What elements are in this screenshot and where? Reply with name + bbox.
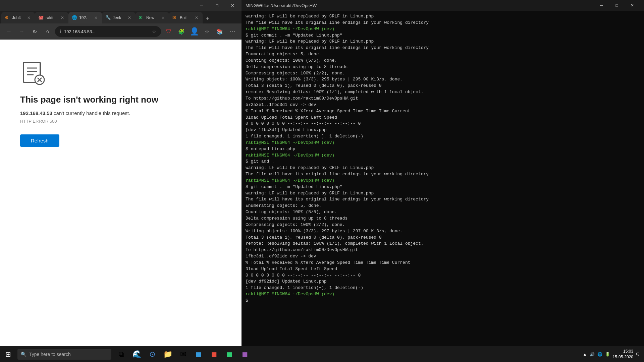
taskbar-mail[interactable]: ✉ xyxy=(176,347,191,362)
search-icon: 🔍 xyxy=(21,352,26,357)
terminal-line: Dload Upload Total Spent Left Speed xyxy=(246,266,640,273)
terminal-line: Total 3 (delta 1), reused 0 (delta 0), p… xyxy=(246,83,640,89)
tab-rakti-label: rakti xyxy=(46,15,53,20)
browser-close-button[interactable]: ✕ xyxy=(225,0,240,11)
terminal-maximize-button[interactable]: □ xyxy=(609,0,625,11)
address-info-icon: ℹ xyxy=(60,29,61,34)
tab-192[interactable]: 🌐 192. ✕ xyxy=(68,12,102,23)
taskbar-app3[interactable]: ◼ xyxy=(222,347,237,362)
terminal-close-button[interactable]: ✕ xyxy=(625,0,640,11)
tab-job4[interactable]: ⚙ Job4 ✕ xyxy=(1,12,35,23)
tab-192-close[interactable]: ✕ xyxy=(93,15,99,20)
terminal-window-controls: ─ □ ✕ xyxy=(594,0,640,11)
tab-build[interactable]: ✉ Buil ✕ xyxy=(169,12,203,23)
tab-jenkins-close[interactable]: ✕ xyxy=(127,15,132,20)
reload-button[interactable]: ↻ xyxy=(30,26,40,37)
terminal-body[interactable]: warning: LF will be replaced by CRLF in … xyxy=(241,11,644,362)
tab-new-close[interactable]: ✕ xyxy=(160,15,166,20)
terminal-panel: MINGW64:/c/Users/rakti/DevOpsHW ─ □ ✕ wa… xyxy=(241,0,644,362)
terminal-minimize-button[interactable]: ─ xyxy=(594,0,609,11)
tray-arrow-icon[interactable]: ▲ xyxy=(583,352,587,357)
terminal-line: The file will have its original line end… xyxy=(246,196,640,203)
tray-volume-icon[interactable]: 🔊 xyxy=(590,352,595,357)
terminal-line: rakti@MSI MINGW64 ~/DevOpsHW (dev) xyxy=(246,140,640,146)
taskbar-app4[interactable]: ◼ xyxy=(237,347,252,362)
tab-job4-close[interactable]: ✕ xyxy=(26,15,32,20)
tab-build-close[interactable]: ✕ xyxy=(194,15,199,20)
terminal-line: Counting objects: 100% (5/5), done. xyxy=(246,209,640,216)
terminal-line: $ git add . xyxy=(246,159,640,165)
terminal-line: warning: LF will be replaced by CRLF in … xyxy=(246,13,640,20)
taskbar-clock[interactable]: 15:03 15-05-2020 xyxy=(613,349,633,360)
taskbar-chrome[interactable]: ⊙ xyxy=(145,347,160,362)
taskbar-edge[interactable]: 🌊 xyxy=(129,347,144,362)
error-host: 192.168.43.53 xyxy=(20,110,52,116)
terminal-line: 1fbc3d1..df921dc dev -> dev xyxy=(246,253,640,260)
tab-192-favicon: 🌐 xyxy=(72,15,77,20)
terminal-line: $ git commit . -m "Updated Linux.php" xyxy=(246,33,640,39)
taskbar-app1[interactable]: ◼ xyxy=(191,347,206,362)
terminal-line: $ xyxy=(246,298,640,304)
taskbar-explorer[interactable]: 📁 xyxy=(160,347,175,362)
terminal-line: [dev df921dc] Updated Linux.php xyxy=(246,279,640,285)
tab-new-favicon: ✉ xyxy=(139,15,144,20)
tab-build-favicon: ✉ xyxy=(172,15,178,20)
terminal-line: rakti@MSI MINGW64 ~/DevOpsHW (dev) xyxy=(246,291,640,298)
start-button[interactable]: ⊞ xyxy=(0,346,16,362)
terminal-line: rakti@MSI MINGW64 ~/DevOpsHW (dev) xyxy=(246,153,640,159)
terminal-line: Enumerating objects: 5, done. xyxy=(246,203,640,209)
terminal-line: 1 file changed, 1 insertion(+), 1 deleti… xyxy=(246,133,640,140)
taskbar-app2[interactable]: ◼ xyxy=(207,347,221,362)
favorites-icon[interactable]: ☆ xyxy=(202,26,212,37)
terminal-line: Total 3 (delta 1), reused 0 (delta 0), p… xyxy=(246,235,640,241)
terminal-line: remote: Resolving deltas: 100% (1/1), co… xyxy=(246,241,640,247)
terminal-line: rakti@MSI MINGW64 ~/DevOpsHW (dev) xyxy=(246,178,640,184)
taskbar: ⊞ 🔍 Type here to search ⧉ 🌊 ⊙ 📁 ✉ ◼ ◼ ◼ … xyxy=(0,346,644,362)
taskbar-search[interactable]: 🔍 Type here to search xyxy=(17,349,111,360)
terminal-line: % Total % Received % Xferd Average Speed… xyxy=(246,260,640,266)
browser-maximize-button[interactable]: □ xyxy=(209,0,225,11)
tray-network-icon[interactable]: 🌐 xyxy=(597,352,602,357)
extensions-icon: 🧩 xyxy=(176,26,186,37)
taskbar-tray: ▲ 🔊 🌐 🔋 15:03 15-05-2020 🗨 xyxy=(583,349,644,360)
shield-icon: 🛡 xyxy=(164,26,174,37)
terminal-line: $ notepad Linux.php xyxy=(246,146,640,153)
tab-new[interactable]: ✉ New ✕ xyxy=(136,12,169,23)
taskbar-task-view[interactable]: ⧉ xyxy=(114,347,129,362)
home-button[interactable]: ⌂ xyxy=(42,26,52,37)
collections-icon[interactable]: 📚 xyxy=(215,26,225,37)
tab-build-label: Buil xyxy=(180,15,186,20)
refresh-button[interactable]: Refresh xyxy=(20,134,59,147)
tab-new-label: New xyxy=(146,15,154,20)
browser-addressbar: ← → ↻ ⌂ ℹ 192.168.43.53... ☆ 🛡 🧩 👤 ☆ 📚 ⋯ xyxy=(0,23,241,40)
terminal-line: warning: LF will be replaced by CRLF in … xyxy=(246,190,640,197)
terminal-line: Compressing objects: 100% (2/2), done. xyxy=(246,70,640,77)
tab-192-label: 192. xyxy=(79,15,87,20)
error-description: 192.168.43.53 can't currently handle thi… xyxy=(20,110,130,116)
tab-rakti[interactable]: 🐙 rakti ✕ xyxy=(35,12,68,23)
browser-menu-button[interactable]: ⋯ xyxy=(227,26,237,37)
tray-battery-icon[interactable]: 🔋 xyxy=(605,352,610,357)
forward-button[interactable]: → xyxy=(17,26,27,37)
terminal-line: $ git commit . -m "Updated Linux.php" xyxy=(246,184,640,190)
browser-minimize-button[interactable]: ─ xyxy=(194,0,209,11)
terminal-line: The file will have its original line end… xyxy=(246,45,640,51)
taskbar-apps: ⧉ 🌊 ⊙ 📁 ✉ ◼ ◼ ◼ ◼ xyxy=(114,347,252,362)
terminal-line: Dload Upload Total Spent Left Speed xyxy=(246,115,640,121)
new-tab-button[interactable]: + xyxy=(203,13,213,23)
tab-rakti-favicon: 🐙 xyxy=(38,15,44,20)
back-button[interactable]: ← xyxy=(4,26,14,37)
browser-window-controls: ─ □ ✕ xyxy=(194,0,240,11)
address-bar[interactable]: ℹ 192.168.43.53... ☆ xyxy=(55,26,161,37)
error-desc-suffix: can't currently handle this request. xyxy=(52,110,130,116)
terminal-line: The file will have its original line end… xyxy=(246,20,640,26)
terminal-line: 1 file changed, 1 insertion(+), 1 deleti… xyxy=(246,285,640,291)
tab-rakti-close[interactable]: ✕ xyxy=(60,15,65,20)
terminal-title: MINGW64:/c/Users/rakti/DevOpsHW xyxy=(246,3,594,8)
notification-icon[interactable]: 🗨 xyxy=(636,352,640,357)
tab-jenkins[interactable]: 🔧 Jenk ✕ xyxy=(102,12,136,23)
terminal-line: Delta compression using up to 8 threads xyxy=(246,216,640,222)
terminal-line: Enumerating objects: 5, done. xyxy=(246,51,640,58)
terminal-line: Writing objects: 100% (3/3), 297 bytes |… xyxy=(246,228,640,235)
address-star-icon: ☆ xyxy=(152,29,156,34)
